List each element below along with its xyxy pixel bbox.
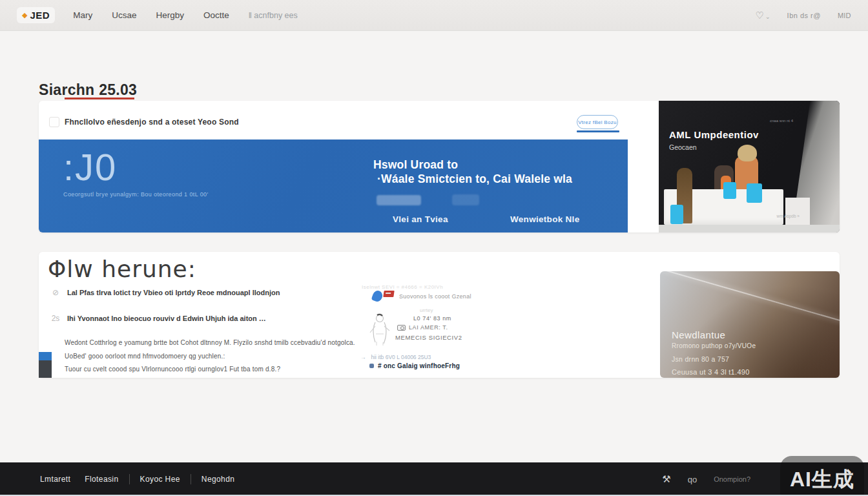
nav-item-ooctte[interactable]: Ooctte (203, 10, 229, 20)
features-title: Φlw herune: (48, 256, 196, 282)
caret-down-icon: ⌄ (765, 14, 770, 20)
footer-link-1[interactable]: Lmtarett (40, 475, 70, 484)
version-caption: Coeorgsutl brye yunalgym: Bou oteoreond … (63, 191, 209, 198)
features-photo-line-2: Jsn drnn 80 a 757 (672, 355, 729, 363)
hero-banner: :J0 Coeorgsutl brye yunalgym: Bou oteore… (39, 140, 628, 232)
top-nav: ◆ JED Mary Ucsae Hergby Ooctte ‖ acnfbny… (0, 0, 868, 31)
logo[interactable]: ◆ JED (17, 7, 55, 23)
flag-icon (383, 291, 394, 297)
banner-heading-line2: ·Wáale Smictcien to, Cai Walele wla (373, 172, 572, 186)
feature-item-1-text: Lal Pfas tlrva lotict try Vbieo oti lprt… (67, 289, 280, 296)
language-selector[interactable]: Ibn ds r@ (787, 12, 821, 19)
version-number: :J0 (63, 149, 117, 186)
footer-link-3[interactable]: Koyoc Hee (140, 475, 180, 484)
features-photo-line-1: Rromono puthop o7y/VUOe (672, 342, 756, 349)
notice-checkbox[interactable] (49, 117, 59, 127)
footer-link-4[interactable]: Negohdn (202, 475, 235, 484)
nav-items: Mary Ucsae Hergby Ooctte ‖ acnfbny ees (73, 10, 298, 20)
features-photo-title: Newdlantue (672, 329, 725, 340)
page-title: Siarchn 25.03 (39, 81, 137, 99)
ai-generated-watermark: AI生成 (780, 456, 864, 496)
spec-footer-faint: → hii itb 6V0 L 04006 25U3 (360, 354, 431, 360)
nav-item-acnfbny[interactable]: ‖ acnfbny ees (249, 11, 298, 20)
feature-item-1[interactable]: ⊘ Lal Pfas tlrva lotict try Vbieo oti lp… (50, 288, 280, 297)
watermark-text: AI生成 (790, 466, 854, 494)
nav-item-hergby[interactable]: Hergby (156, 10, 184, 20)
feature-paragraph-1: Wedont Cotthrlog e yoamung brtte bot Coh… (65, 339, 355, 346)
banner-pill-button[interactable] (377, 195, 421, 205)
spec-line-2-text: LAI AMER: T. (409, 324, 448, 331)
feature-item-2[interactable]: 2s Ihi Yvonnaot lno bieocuo rouviv d Edw… (50, 314, 266, 323)
feature-paragraph-3: Tuour cu cvelt coood spu Vlrlornuncooo r… (65, 366, 280, 373)
spec-header: Iselnwt SEVl = #4666 = K20IVh (362, 284, 443, 290)
photo-table-side (785, 198, 810, 225)
footer-divider (191, 474, 191, 484)
release-button-underline (577, 130, 619, 132)
nav-item-ucsae[interactable]: Ucsae (112, 10, 136, 20)
sketch-person-icon (367, 313, 393, 346)
feature-paragraph-2: UoBed' gooo oorloot mnd hfmvodomoery qg … (65, 353, 225, 360)
edge-decoration-dark (39, 360, 52, 378)
spec-brand-text: Suovonos ls cooot Gzenal (399, 293, 471, 300)
photo-bag-right (747, 183, 762, 203)
banner-link-2[interactable]: Wenwietbok Nle (510, 214, 579, 224)
features-photo-line-3: Ceuusa ut 3 4 3l t1.490 (672, 368, 750, 376)
spec-line-3: MEMECIS SIGIECIV2 (395, 334, 462, 341)
spec-line-1: L0 74' 83 nm (413, 315, 451, 322)
banner-pill-secondary (452, 194, 479, 205)
features-photo: Newdlantue Rromono puthop o7y/VUOe Jsn d… (660, 271, 840, 378)
hero-photo-note-top: cnaa snn nt 4 (770, 119, 793, 123)
edge-decoration-blue (39, 352, 52, 360)
photo-bag-left (670, 205, 683, 224)
logo-text: JED (30, 10, 50, 21)
banner-link-1[interactable]: Vlei an Tviea (393, 214, 448, 224)
banner-heading: Hswol Uroad to ·Wáale Smictcien to, Cai … (373, 158, 572, 186)
footer-link-2[interactable]: Floteasin (85, 475, 118, 484)
footer-note: Onompion? (714, 475, 750, 483)
arrow-right-icon: → (360, 354, 366, 360)
hero-photo-title: AML Umpdeentiov (669, 129, 759, 140)
spec-faint-note: urrtey (420, 307, 433, 313)
footer-bar: Lmtarett Floteasin Koyoc Hee Negohdn ⚒ q… (0, 462, 868, 496)
favorites-icon[interactable]: ♡⌄ (756, 10, 770, 21)
release-button[interactable]: Vtrez fBel Bozu (577, 115, 618, 129)
spec-footer-bold-text: # onc Galaig winfhoeFrhg (378, 362, 460, 369)
spec-footer-faint-text: hii itb 6V0 L 04006 25U3 (371, 354, 431, 360)
title-underline (65, 98, 134, 99)
banner-heading-line1: Hswol Uroad to (373, 158, 458, 171)
nav-right: ♡⌄ Ibn ds r@ MlD (756, 10, 851, 21)
page: ◆ JED Mary Ucsae Hergby Ooctte ‖ acnfbny… (0, 0, 868, 496)
feature-item-2-text: Ihi Yvonnaot lno bieocuo rouviv d Edwin … (67, 315, 266, 322)
circle-sketch-icon: ⊘ (50, 288, 61, 297)
photo-person-right-hair (738, 145, 757, 161)
spec-footer-bold: # onc Galaig winfhoeFrhg (369, 362, 460, 369)
hero-card: Fhncllolvo eñesdenjo snd a oteset Yeoo S… (39, 101, 840, 232)
apps-menu[interactable]: MlD (838, 12, 851, 19)
footer-qo-button[interactable]: qo (688, 475, 697, 484)
spec-brand-row: Suovonos ls cooot Gzenal (373, 291, 471, 302)
bullet-square-icon (369, 364, 374, 368)
feature-item-2-marker: 2s (50, 314, 61, 323)
hero-photo: AML Umpdeentiov Geocaen cnaa snn nt 4 wm… (659, 101, 840, 232)
photo-floor (659, 225, 840, 232)
drop-icon (371, 289, 384, 303)
hero-photo-subtitle: Geocaen (669, 143, 697, 151)
notice-label: Fhncllolvo eñesdenjo snd a oteset Yeoo S… (65, 118, 239, 127)
nav-item-mary[interactable]: Mary (73, 10, 92, 20)
spec-line-2: LAI AMER: T. (397, 324, 448, 331)
hero-photo-note-bottom: wm Aspdb » (777, 214, 800, 218)
tools-icon[interactable]: ⚒ (662, 473, 670, 485)
features-card: Φlw herune: ⊘ Lal Pfas tlrva lotict try … (39, 252, 840, 378)
footer-divider (129, 474, 130, 484)
photo-bag-center (723, 182, 736, 199)
camera-icon (397, 325, 406, 331)
heart-icon: ♡ (756, 10, 764, 21)
logo-mark-icon: ◆ (22, 12, 27, 19)
